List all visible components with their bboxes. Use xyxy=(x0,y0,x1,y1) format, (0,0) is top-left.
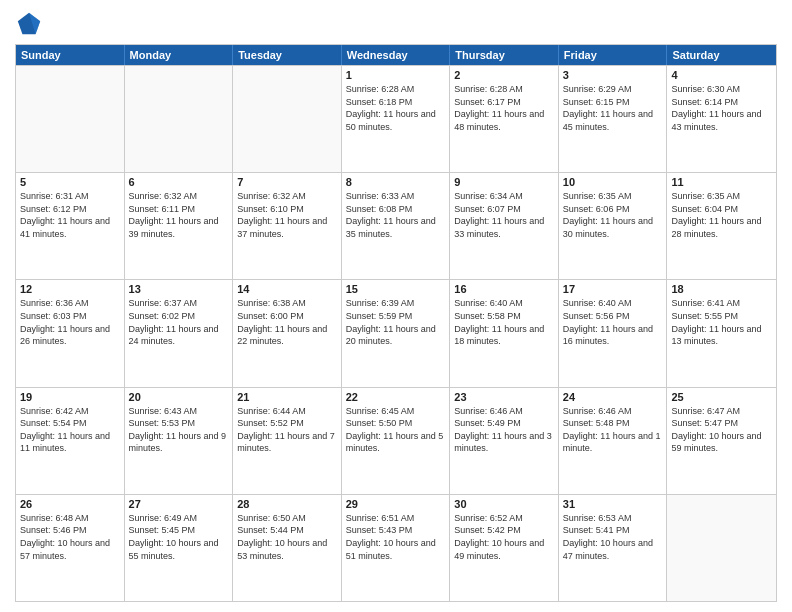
logo-icon xyxy=(15,10,43,38)
day-number: 11 xyxy=(671,176,772,188)
day-number: 3 xyxy=(563,69,663,81)
calendar-body: 1Sunrise: 6:28 AM Sunset: 6:18 PM Daylig… xyxy=(16,65,776,601)
week-row-5: 26Sunrise: 6:48 AM Sunset: 5:46 PM Dayli… xyxy=(16,494,776,601)
day-number: 24 xyxy=(563,391,663,403)
header-day-friday: Friday xyxy=(559,45,668,65)
day-number: 31 xyxy=(563,498,663,510)
calendar-cell: 28Sunrise: 6:50 AM Sunset: 5:44 PM Dayli… xyxy=(233,495,342,601)
cell-info: Sunrise: 6:52 AM Sunset: 5:42 PM Dayligh… xyxy=(454,512,554,562)
cell-info: Sunrise: 6:39 AM Sunset: 5:59 PM Dayligh… xyxy=(346,297,446,347)
calendar-header: SundayMondayTuesdayWednesdayThursdayFrid… xyxy=(16,45,776,65)
calendar-cell: 31Sunrise: 6:53 AM Sunset: 5:41 PM Dayli… xyxy=(559,495,668,601)
cell-info: Sunrise: 6:37 AM Sunset: 6:02 PM Dayligh… xyxy=(129,297,229,347)
calendar-cell: 9Sunrise: 6:34 AM Sunset: 6:07 PM Daylig… xyxy=(450,173,559,279)
day-number: 20 xyxy=(129,391,229,403)
cell-info: Sunrise: 6:51 AM Sunset: 5:43 PM Dayligh… xyxy=(346,512,446,562)
calendar-cell: 3Sunrise: 6:29 AM Sunset: 6:15 PM Daylig… xyxy=(559,66,668,172)
cell-info: Sunrise: 6:45 AM Sunset: 5:50 PM Dayligh… xyxy=(346,405,446,455)
day-number: 27 xyxy=(129,498,229,510)
day-number: 13 xyxy=(129,283,229,295)
cell-info: Sunrise: 6:43 AM Sunset: 5:53 PM Dayligh… xyxy=(129,405,229,455)
calendar-cell: 20Sunrise: 6:43 AM Sunset: 5:53 PM Dayli… xyxy=(125,388,234,494)
cell-info: Sunrise: 6:31 AM Sunset: 6:12 PM Dayligh… xyxy=(20,190,120,240)
cell-info: Sunrise: 6:41 AM Sunset: 5:55 PM Dayligh… xyxy=(671,297,772,347)
day-number: 19 xyxy=(20,391,120,403)
calendar-cell xyxy=(667,495,776,601)
cell-info: Sunrise: 6:32 AM Sunset: 6:11 PM Dayligh… xyxy=(129,190,229,240)
calendar-cell: 10Sunrise: 6:35 AM Sunset: 6:06 PM Dayli… xyxy=(559,173,668,279)
calendar-cell xyxy=(125,66,234,172)
day-number: 9 xyxy=(454,176,554,188)
calendar-cell: 8Sunrise: 6:33 AM Sunset: 6:08 PM Daylig… xyxy=(342,173,451,279)
calendar-cell: 14Sunrise: 6:38 AM Sunset: 6:00 PM Dayli… xyxy=(233,280,342,386)
page: SundayMondayTuesdayWednesdayThursdayFrid… xyxy=(0,0,792,612)
cell-info: Sunrise: 6:33 AM Sunset: 6:08 PM Dayligh… xyxy=(346,190,446,240)
cell-info: Sunrise: 6:32 AM Sunset: 6:10 PM Dayligh… xyxy=(237,190,337,240)
calendar-cell: 29Sunrise: 6:51 AM Sunset: 5:43 PM Dayli… xyxy=(342,495,451,601)
day-number: 14 xyxy=(237,283,337,295)
day-number: 25 xyxy=(671,391,772,403)
day-number: 16 xyxy=(454,283,554,295)
day-number: 17 xyxy=(563,283,663,295)
day-number: 6 xyxy=(129,176,229,188)
day-number: 28 xyxy=(237,498,337,510)
day-number: 12 xyxy=(20,283,120,295)
cell-info: Sunrise: 6:47 AM Sunset: 5:47 PM Dayligh… xyxy=(671,405,772,455)
cell-info: Sunrise: 6:53 AM Sunset: 5:41 PM Dayligh… xyxy=(563,512,663,562)
week-row-3: 12Sunrise: 6:36 AM Sunset: 6:03 PM Dayli… xyxy=(16,279,776,386)
calendar-cell: 4Sunrise: 6:30 AM Sunset: 6:14 PM Daylig… xyxy=(667,66,776,172)
header-day-sunday: Sunday xyxy=(16,45,125,65)
cell-info: Sunrise: 6:28 AM Sunset: 6:17 PM Dayligh… xyxy=(454,83,554,133)
calendar-cell: 2Sunrise: 6:28 AM Sunset: 6:17 PM Daylig… xyxy=(450,66,559,172)
cell-info: Sunrise: 6:50 AM Sunset: 5:44 PM Dayligh… xyxy=(237,512,337,562)
day-number: 1 xyxy=(346,69,446,81)
day-number: 26 xyxy=(20,498,120,510)
cell-info: Sunrise: 6:48 AM Sunset: 5:46 PM Dayligh… xyxy=(20,512,120,562)
header-day-wednesday: Wednesday xyxy=(342,45,451,65)
header-day-monday: Monday xyxy=(125,45,234,65)
day-number: 22 xyxy=(346,391,446,403)
calendar-cell: 21Sunrise: 6:44 AM Sunset: 5:52 PM Dayli… xyxy=(233,388,342,494)
day-number: 4 xyxy=(671,69,772,81)
calendar-cell: 27Sunrise: 6:49 AM Sunset: 5:45 PM Dayli… xyxy=(125,495,234,601)
cell-info: Sunrise: 6:29 AM Sunset: 6:15 PM Dayligh… xyxy=(563,83,663,133)
calendar-cell: 22Sunrise: 6:45 AM Sunset: 5:50 PM Dayli… xyxy=(342,388,451,494)
logo xyxy=(15,10,47,38)
cell-info: Sunrise: 6:49 AM Sunset: 5:45 PM Dayligh… xyxy=(129,512,229,562)
header-day-thursday: Thursday xyxy=(450,45,559,65)
calendar-cell xyxy=(16,66,125,172)
calendar-cell: 11Sunrise: 6:35 AM Sunset: 6:04 PM Dayli… xyxy=(667,173,776,279)
cell-info: Sunrise: 6:46 AM Sunset: 5:49 PM Dayligh… xyxy=(454,405,554,455)
header xyxy=(15,10,777,38)
calendar-cell: 5Sunrise: 6:31 AM Sunset: 6:12 PM Daylig… xyxy=(16,173,125,279)
cell-info: Sunrise: 6:44 AM Sunset: 5:52 PM Dayligh… xyxy=(237,405,337,455)
calendar-cell: 16Sunrise: 6:40 AM Sunset: 5:58 PM Dayli… xyxy=(450,280,559,386)
calendar-cell: 24Sunrise: 6:46 AM Sunset: 5:48 PM Dayli… xyxy=(559,388,668,494)
day-number: 23 xyxy=(454,391,554,403)
day-number: 18 xyxy=(671,283,772,295)
calendar-cell: 17Sunrise: 6:40 AM Sunset: 5:56 PM Dayli… xyxy=(559,280,668,386)
calendar-cell xyxy=(233,66,342,172)
cell-info: Sunrise: 6:28 AM Sunset: 6:18 PM Dayligh… xyxy=(346,83,446,133)
day-number: 29 xyxy=(346,498,446,510)
cell-info: Sunrise: 6:34 AM Sunset: 6:07 PM Dayligh… xyxy=(454,190,554,240)
day-number: 30 xyxy=(454,498,554,510)
day-number: 10 xyxy=(563,176,663,188)
cell-info: Sunrise: 6:35 AM Sunset: 6:06 PM Dayligh… xyxy=(563,190,663,240)
header-day-saturday: Saturday xyxy=(667,45,776,65)
cell-info: Sunrise: 6:40 AM Sunset: 5:56 PM Dayligh… xyxy=(563,297,663,347)
calendar-cell: 7Sunrise: 6:32 AM Sunset: 6:10 PM Daylig… xyxy=(233,173,342,279)
week-row-4: 19Sunrise: 6:42 AM Sunset: 5:54 PM Dayli… xyxy=(16,387,776,494)
week-row-2: 5Sunrise: 6:31 AM Sunset: 6:12 PM Daylig… xyxy=(16,172,776,279)
calendar-cell: 6Sunrise: 6:32 AM Sunset: 6:11 PM Daylig… xyxy=(125,173,234,279)
cell-info: Sunrise: 6:30 AM Sunset: 6:14 PM Dayligh… xyxy=(671,83,772,133)
calendar-cell: 12Sunrise: 6:36 AM Sunset: 6:03 PM Dayli… xyxy=(16,280,125,386)
day-number: 21 xyxy=(237,391,337,403)
calendar-cell: 23Sunrise: 6:46 AM Sunset: 5:49 PM Dayli… xyxy=(450,388,559,494)
cell-info: Sunrise: 6:38 AM Sunset: 6:00 PM Dayligh… xyxy=(237,297,337,347)
calendar-cell: 25Sunrise: 6:47 AM Sunset: 5:47 PM Dayli… xyxy=(667,388,776,494)
calendar-cell: 26Sunrise: 6:48 AM Sunset: 5:46 PM Dayli… xyxy=(16,495,125,601)
cell-info: Sunrise: 6:35 AM Sunset: 6:04 PM Dayligh… xyxy=(671,190,772,240)
calendar-cell: 1Sunrise: 6:28 AM Sunset: 6:18 PM Daylig… xyxy=(342,66,451,172)
cell-info: Sunrise: 6:40 AM Sunset: 5:58 PM Dayligh… xyxy=(454,297,554,347)
